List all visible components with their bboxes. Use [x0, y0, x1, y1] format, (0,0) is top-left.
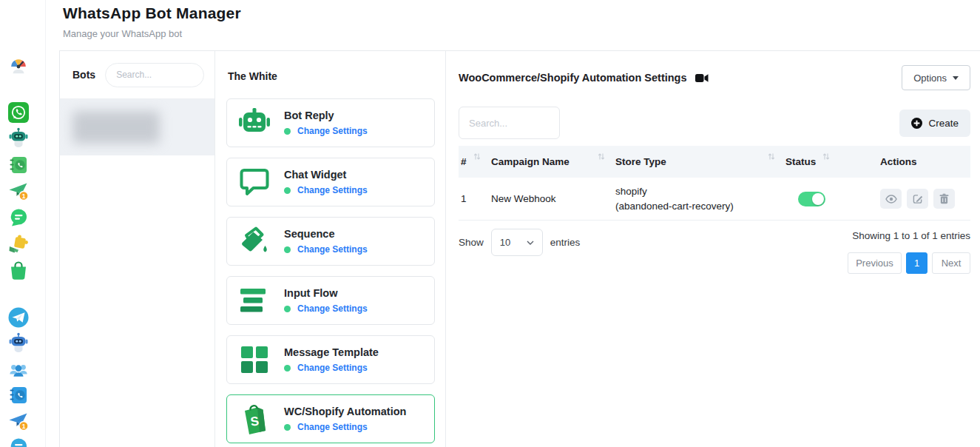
input-bars-icon: [237, 283, 271, 317]
telegram-phonebook-icon[interactable]: [7, 383, 30, 407]
column-header-index[interactable]: #: [459, 156, 491, 167]
delete-button[interactable]: [933, 189, 955, 209]
page-1-button[interactable]: 1: [906, 252, 927, 274]
automation-settings-panel: WooCommerce/Shopify Automation Settings …: [446, 51, 980, 447]
status-dot: [284, 187, 291, 194]
module-card-sequence[interactable]: Sequence Change Settings: [226, 217, 435, 266]
page-size-value: 10: [500, 237, 510, 248]
chevron-down-icon: [527, 241, 534, 245]
whatsapp-bot-icon[interactable]: [7, 127, 30, 150]
module-card-title: WC/Shopify Automation: [284, 406, 406, 417]
svg-text:1: 1: [22, 192, 26, 200]
chevron-down-icon: [953, 76, 959, 80]
integration-addon-icon[interactable]: [7, 232, 30, 256]
bots-search-input[interactable]: [105, 63, 204, 87]
create-button[interactable]: Create: [899, 110, 970, 137]
telegram-icon[interactable]: [7, 306, 30, 329]
eye-icon: [885, 195, 897, 204]
plus-circle-icon: [911, 118, 922, 129]
view-button[interactable]: [880, 189, 902, 209]
table-search-input[interactable]: [459, 107, 560, 139]
page-size-select[interactable]: 10: [491, 229, 543, 256]
previous-page-button[interactable]: Previous: [848, 252, 902, 274]
entries-label: entries: [550, 237, 581, 248]
create-button-label: Create: [928, 118, 959, 129]
telegram-broadcast-icon[interactable]: 1: [7, 409, 30, 433]
bots-label: Bots: [72, 69, 95, 81]
column-header-campaign-name[interactable]: Campaign Name: [491, 156, 615, 167]
edit-button[interactable]: [907, 189, 928, 209]
module-card-title: Sequence: [284, 228, 368, 240]
sort-icon: [822, 152, 830, 163]
options-button-label: Options: [913, 73, 947, 84]
module-card-title: Input Flow: [284, 287, 368, 299]
module-card-title: Bot Reply: [284, 110, 368, 121]
bot-name-heading: The White: [228, 70, 435, 82]
row-index-cell: 1: [459, 193, 491, 204]
sort-icon: [768, 152, 775, 163]
page-title: WhatsApp Bot Manager: [63, 4, 241, 22]
app-icon-rail: 1: [0, 0, 46, 447]
next-page-button[interactable]: Next: [932, 252, 970, 274]
robot-icon: [237, 106, 271, 140]
status-toggle-on[interactable]: [798, 192, 825, 206]
change-settings-link[interactable]: Change Settings: [297, 244, 368, 255]
column-header-store-type[interactable]: Store Type: [615, 156, 785, 167]
change-settings-link[interactable]: Change Settings: [297, 363, 368, 373]
whatsapp-chat-icon[interactable]: [7, 206, 30, 229]
telegram-chat-icon[interactable]: [7, 435, 30, 447]
sort-icon: [473, 152, 481, 163]
pagination: Previous 1 Next: [848, 252, 970, 274]
whatsapp-broadcast-icon[interactable]: 1: [7, 179, 30, 203]
store-type-cell: shopify (abandoned-cart-recovery): [615, 184, 785, 213]
module-card-title: Chat Widget: [284, 169, 368, 181]
change-settings-link[interactable]: Change Settings: [297, 303, 368, 314]
show-label: Show: [459, 237, 484, 248]
video-camera-icon: [695, 73, 709, 83]
bots-column: Bots: [60, 51, 215, 447]
store-bag-icon[interactable]: [7, 259, 30, 283]
section-title: WooCommerce/Shopify Automation Settings: [459, 72, 687, 84]
change-settings-link[interactable]: Change Settings: [297, 126, 368, 136]
change-settings-link[interactable]: Change Settings: [297, 185, 368, 195]
modules-column: The White Bot Reply Change Settings: [215, 51, 446, 447]
chat-bubble-icon: [237, 165, 271, 199]
options-button[interactable]: Options: [902, 65, 970, 90]
telegram-bot-icon[interactable]: [7, 332, 30, 355]
status-dot: [284, 246, 291, 253]
module-card-input-flow[interactable]: Input Flow Change Settings: [226, 276, 435, 325]
whatsapp-icon[interactable]: [7, 101, 30, 124]
table-header-row: # Campaign Name Store Type: [459, 146, 970, 178]
pencil-square-icon: [913, 194, 923, 204]
dashboard-gauge-icon[interactable]: [7, 54, 30, 78]
status-dot: [284, 365, 291, 372]
module-card-chat-widget[interactable]: Chat Widget Change Settings: [226, 158, 435, 206]
whatsapp-phonebook-icon[interactable]: [7, 153, 30, 177]
paint-bucket-icon: [237, 224, 271, 258]
campaign-name-cell: New Webhook: [491, 193, 615, 204]
column-header-status[interactable]: Status: [785, 156, 880, 167]
module-card-bot-reply[interactable]: Bot Reply Change Settings: [226, 98, 435, 147]
status-dot: [284, 306, 291, 312]
status-dot: [284, 128, 291, 135]
module-card-title: Message Template: [284, 346, 379, 358]
status-dot: [284, 424, 291, 431]
module-card-message-template[interactable]: Message Template Change Settings: [226, 335, 435, 384]
column-header-actions: Actions: [880, 156, 970, 167]
bot-list-item-selected[interactable]: [60, 99, 214, 155]
grid-icon: [237, 343, 271, 377]
page-subtitle: Manage your WhatsApp bot: [63, 28, 241, 39]
sort-icon: [598, 152, 605, 163]
bot-name-redacted: [72, 111, 160, 144]
table-row: 1 New Webhook shopify (abandoned-cart-re…: [459, 178, 970, 221]
shopify-icon: S: [237, 402, 271, 436]
campaigns-table: # Campaign Name Store Type: [459, 146, 970, 221]
trash-icon: [939, 193, 949, 204]
module-card-wc-shopify-automation[interactable]: S WC/Shopify Automation Change Settings: [226, 394, 435, 443]
svg-text:1: 1: [22, 423, 26, 430]
main-panel: Bots The White Bot Reply: [59, 50, 980, 447]
telegram-groups-icon[interactable]: [7, 358, 30, 382]
change-settings-link[interactable]: Change Settings: [297, 422, 368, 432]
table-summary: Showing 1 to 1 of 1 entries: [848, 229, 970, 241]
